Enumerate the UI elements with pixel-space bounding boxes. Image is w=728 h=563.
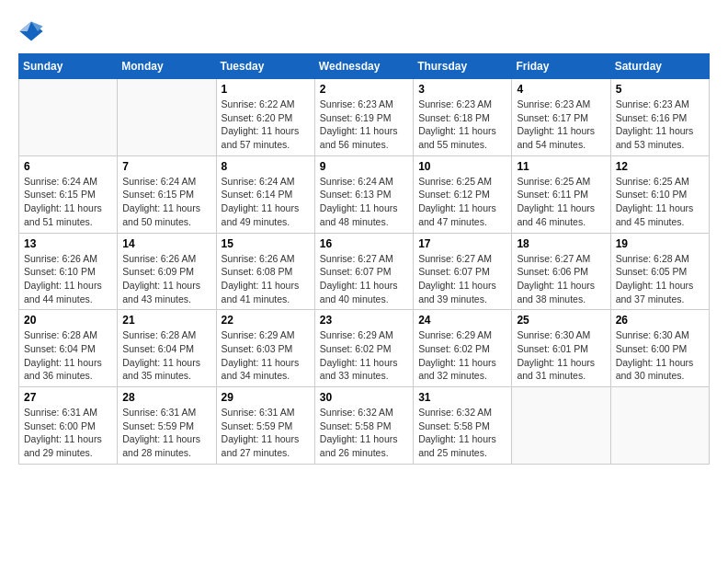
day-info: Sunrise: 6:24 AMSunset: 6:15 PMDaylight:… [24,175,112,229]
calendar-week-row: 27Sunrise: 6:31 AMSunset: 6:00 PMDayligh… [19,387,710,465]
weekday-header: Monday [118,54,216,79]
day-number: 4 [517,83,605,96]
day-number: 20 [24,314,112,327]
calendar-cell: 25Sunrise: 6:30 AMSunset: 6:01 PMDayligh… [512,310,610,387]
day-info: Sunrise: 6:23 AMSunset: 6:16 PMDaylight:… [616,98,704,152]
day-number: 27 [24,391,112,404]
calendar-cell: 9Sunrise: 6:24 AMSunset: 6:13 PMDaylight… [314,155,413,233]
calendar-cell: 31Sunrise: 6:32 AMSunset: 5:58 PMDayligh… [414,387,512,465]
day-info: Sunrise: 6:29 AMSunset: 6:03 PMDaylight:… [222,328,310,383]
calendar-cell: 1Sunrise: 6:22 AMSunset: 6:20 PMDaylight… [216,79,314,156]
calendar-cell: 12Sunrise: 6:25 AMSunset: 6:10 PMDayligh… [610,155,709,233]
calendar-cell: 13Sunrise: 6:26 AMSunset: 6:10 PMDayligh… [19,233,118,310]
calendar-cell [512,387,610,465]
calendar-cell: 16Sunrise: 6:27 AMSunset: 6:07 PMDayligh… [314,233,413,310]
day-number: 19 [616,237,704,250]
calendar-cell: 4Sunrise: 6:23 AMSunset: 6:17 PMDaylight… [512,79,610,156]
calendar-cell [610,387,709,465]
calendar-cell: 17Sunrise: 6:27 AMSunset: 6:07 PMDayligh… [414,233,512,310]
day-number: 28 [122,391,210,404]
calendar-week-row: 20Sunrise: 6:28 AMSunset: 6:04 PMDayligh… [19,310,710,387]
calendar-cell: 3Sunrise: 6:23 AMSunset: 6:18 PMDaylight… [414,79,512,156]
day-info: Sunrise: 6:25 AMSunset: 6:10 PMDaylight:… [616,175,704,229]
calendar-cell: 19Sunrise: 6:28 AMSunset: 6:05 PMDayligh… [610,233,709,310]
day-info: Sunrise: 6:28 AMSunset: 6:04 PMDaylight:… [122,328,210,383]
day-info: Sunrise: 6:29 AMSunset: 6:02 PMDaylight:… [418,328,506,383]
day-info: Sunrise: 6:25 AMSunset: 6:11 PMDaylight:… [517,175,605,229]
calendar-cell: 26Sunrise: 6:30 AMSunset: 6:00 PMDayligh… [610,310,709,387]
day-number: 24 [418,314,506,327]
day-info: Sunrise: 6:32 AMSunset: 5:58 PMDaylight:… [320,406,408,460]
day-number: 16 [320,237,408,250]
weekday-header: Friday [512,54,610,79]
day-number: 25 [517,314,605,327]
calendar-cell: 8Sunrise: 6:24 AMSunset: 6:14 PMDaylight… [216,155,314,233]
day-info: Sunrise: 6:26 AMSunset: 6:09 PMDaylight:… [122,252,210,306]
day-info: Sunrise: 6:26 AMSunset: 6:08 PMDaylight:… [222,252,310,306]
calendar-cell: 15Sunrise: 6:26 AMSunset: 6:08 PMDayligh… [216,233,314,310]
day-number: 9 [320,160,408,173]
day-info: Sunrise: 6:29 AMSunset: 6:02 PMDaylight:… [320,328,408,383]
calendar-cell [19,79,118,156]
calendar-cell: 21Sunrise: 6:28 AMSunset: 6:04 PMDayligh… [118,310,216,387]
day-info: Sunrise: 6:24 AMSunset: 6:15 PMDaylight:… [122,175,210,229]
page-header [18,18,710,44]
day-info: Sunrise: 6:30 AMSunset: 6:00 PMDaylight:… [616,328,704,383]
calendar-cell: 5Sunrise: 6:23 AMSunset: 6:16 PMDaylight… [610,79,709,156]
day-number: 14 [122,237,210,250]
day-number: 17 [418,237,506,250]
day-info: Sunrise: 6:26 AMSunset: 6:10 PMDaylight:… [24,252,112,306]
weekday-header: Thursday [414,54,512,79]
calendar-cell: 22Sunrise: 6:29 AMSunset: 6:03 PMDayligh… [216,310,314,387]
day-info: Sunrise: 6:31 AMSunset: 5:59 PMDaylight:… [122,406,210,460]
day-info: Sunrise: 6:24 AMSunset: 6:14 PMDaylight:… [222,175,310,229]
day-number: 7 [122,160,210,173]
calendar-cell: 7Sunrise: 6:24 AMSunset: 6:15 PMDaylight… [118,155,216,233]
day-number: 2 [320,83,408,96]
day-info: Sunrise: 6:30 AMSunset: 6:01 PMDaylight:… [517,328,605,383]
day-number: 22 [222,314,310,327]
calendar-table: SundayMondayTuesdayWednesdayThursdayFrid… [18,53,710,465]
day-info: Sunrise: 6:28 AMSunset: 6:05 PMDaylight:… [616,252,704,306]
day-info: Sunrise: 6:27 AMSunset: 6:07 PMDaylight:… [418,252,506,306]
calendar-week-row: 6Sunrise: 6:24 AMSunset: 6:15 PMDaylight… [19,155,710,233]
day-number: 18 [517,237,605,250]
calendar-cell: 11Sunrise: 6:25 AMSunset: 6:11 PMDayligh… [512,155,610,233]
day-info: Sunrise: 6:24 AMSunset: 6:13 PMDaylight:… [320,175,408,229]
weekday-header: Sunday [19,54,118,79]
calendar-cell: 14Sunrise: 6:26 AMSunset: 6:09 PMDayligh… [118,233,216,310]
calendar-cell: 28Sunrise: 6:31 AMSunset: 5:59 PMDayligh… [118,387,216,465]
day-info: Sunrise: 6:32 AMSunset: 5:58 PMDaylight:… [418,406,506,460]
day-info: Sunrise: 6:28 AMSunset: 6:04 PMDaylight:… [24,328,112,383]
day-info: Sunrise: 6:25 AMSunset: 6:12 PMDaylight:… [418,175,506,229]
calendar-week-row: 1Sunrise: 6:22 AMSunset: 6:20 PMDaylight… [19,79,710,156]
weekday-header: Wednesday [314,54,413,79]
day-number: 10 [418,160,506,173]
calendar-cell: 2Sunrise: 6:23 AMSunset: 6:19 PMDaylight… [314,79,413,156]
calendar-cell [118,79,216,156]
day-number: 6 [24,160,112,173]
calendar-week-row: 13Sunrise: 6:26 AMSunset: 6:10 PMDayligh… [19,233,710,310]
day-number: 3 [418,83,506,96]
day-info: Sunrise: 6:23 AMSunset: 6:18 PMDaylight:… [418,98,506,152]
calendar-cell: 10Sunrise: 6:25 AMSunset: 6:12 PMDayligh… [414,155,512,233]
day-number: 31 [418,391,506,404]
day-info: Sunrise: 6:27 AMSunset: 6:07 PMDaylight:… [320,252,408,306]
calendar-cell: 18Sunrise: 6:27 AMSunset: 6:06 PMDayligh… [512,233,610,310]
day-number: 29 [222,391,310,404]
calendar-cell: 27Sunrise: 6:31 AMSunset: 6:00 PMDayligh… [19,387,118,465]
day-info: Sunrise: 6:31 AMSunset: 6:00 PMDaylight:… [24,406,112,460]
day-number: 23 [320,314,408,327]
day-info: Sunrise: 6:22 AMSunset: 6:20 PMDaylight:… [222,98,310,152]
logo-icon [18,18,44,44]
day-number: 5 [616,83,704,96]
calendar-cell: 24Sunrise: 6:29 AMSunset: 6:02 PMDayligh… [414,310,512,387]
calendar-cell: 20Sunrise: 6:28 AMSunset: 6:04 PMDayligh… [19,310,118,387]
day-number: 15 [222,237,310,250]
calendar-header-row: SundayMondayTuesdayWednesdayThursdayFrid… [19,54,710,79]
day-number: 8 [222,160,310,173]
day-number: 11 [517,160,605,173]
day-number: 1 [222,83,310,96]
calendar-cell: 29Sunrise: 6:31 AMSunset: 5:59 PMDayligh… [216,387,314,465]
logo [18,18,48,44]
